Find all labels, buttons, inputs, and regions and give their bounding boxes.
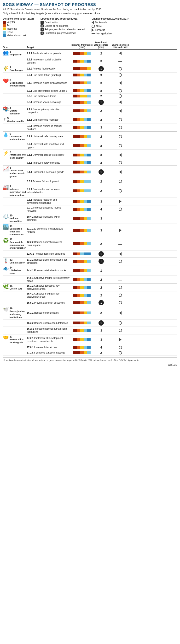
goal-group-6: 💧 6 Clean water and sanitation 6.1.1 Uni…	[3, 132, 177, 150]
swatch-close	[3, 31, 6, 34]
target-row: 3.8.1 Increase vaccine coverage 1	[3, 99, 177, 106]
goal-group-7: ⚡ 7 Affordable and clean energy 7.1.1 Un…	[3, 150, 177, 166]
goal-cell-17: 🤝 17 Partnerships for the goals	[3, 335, 27, 344]
change-symbol-circle	[119, 286, 122, 289]
distance-legend-title: Distance from target (2023)	[3, 18, 34, 20]
goal-cell-16: 🕊️ 16 Peace, justice and strong institut…	[3, 307, 27, 319]
change-cell-8.5.2	[110, 180, 131, 183]
goal-icon-4: 📚	[3, 106, 9, 111]
goal-cell-13: 🌡️ 13 Climate action	[3, 258, 27, 264]
legend-item-moderate: Moderate	[3, 28, 34, 30]
label-far: Far	[7, 24, 10, 27]
dir-num-cell-17.2.1: 3	[93, 338, 110, 341]
goal-cell-3: ❤️ 3 Good health and well-being	[3, 78, 27, 88]
target-row: 1.3.1 Implement social-protection system…	[3, 57, 177, 65]
change-symbol-dash	[118, 244, 122, 244]
bars-cell-14.4.1	[71, 269, 93, 272]
symbol-backwards	[92, 21, 94, 24]
change-symbol-circle	[119, 208, 122, 211]
col-header-direction: Direction of SDG progress (2023)	[93, 41, 110, 49]
dir-badge-number: 3	[100, 89, 102, 93]
change-symbol-back	[119, 81, 122, 84]
goal-group-17: 🤝 17 Partnerships for the goals 17.2.1 I…	[3, 334, 177, 356]
target-cell-9.2.1: 9.2.1 Sustainable and inclusive industri…	[27, 188, 71, 194]
dir-badge-number: 2	[100, 286, 102, 289]
bars-cell-17.2.1	[71, 338, 93, 341]
change-symbol-circle	[119, 126, 122, 129]
target-cell-15.4.1: 15.4.1 Conserve mountain key biodiversit…	[27, 292, 71, 298]
change-symbol-circle	[119, 67, 122, 70]
dir-badge-1: 1	[41, 21, 44, 24]
col-header-goal: Goal	[3, 46, 27, 49]
goal-icon-6: 💧	[3, 132, 9, 137]
goal-group-1: 👥 1 No poverty 1.1.1 Eradicate extreme p…	[3, 50, 177, 65]
change-symbol-circle	[119, 118, 122, 121]
target-row: 👥 1 No poverty 1.1.1 Eradicate extreme p…	[3, 50, 177, 57]
bars-cell-4.1.2	[71, 110, 93, 112]
target-cell-17.8.1: 17.8.1 Increase Internet use	[27, 346, 71, 349]
bars-cell-2.2.1	[71, 74, 93, 76]
dir-num-cell-9.C.1: 4	[93, 208, 110, 211]
target-cell-7.3.1: 7.3.1 Improve energy efficiency	[27, 161, 71, 164]
dir-badge-number: 3	[100, 144, 102, 148]
goal-group-5: ♀️ 5 Gender equality 5.3.1 Eliminate chi…	[3, 116, 177, 132]
goal-icon-1: 👥	[3, 50, 9, 55]
change-symbol-circle	[119, 301, 122, 304]
change-symbol-back	[119, 109, 122, 112]
goal-num-8: 8	[10, 166, 27, 169]
bars-cell-2.1.2	[71, 67, 93, 70]
target-row: 14.5.1 Conserve marine key biodiversity …	[3, 276, 177, 283]
dir-badge-number: 2	[100, 351, 102, 354]
target-cell-7.1.1: 7.1.1 Universal access to electricity	[27, 153, 71, 156]
dir-badge-number: 3	[100, 228, 102, 232]
change-cell-9.C.1	[110, 208, 131, 211]
change-cell-3.8.1	[110, 100, 131, 104]
target-row: 🤝 17 Partnerships for the goals 17.2.1 I…	[3, 334, 177, 345]
dir-badge-filled: 1	[99, 251, 104, 256]
target-id-7.3.1: 7.3.1	[27, 162, 32, 164]
change-cell-7.1.1	[110, 153, 131, 157]
change-symbol-back	[119, 311, 122, 314]
goal-name-12: Responsible consumption and production	[10, 241, 27, 250]
target-id-14.4.1: 14.4.1	[27, 269, 34, 272]
dir-num-cell-2.2.1: 3	[93, 73, 110, 77]
target-row: 3.2.1 End preventable deaths under 5 3	[3, 88, 177, 94]
footnote: *A backwards arrow indicates a lower rat…	[3, 357, 177, 362]
change-cell-16.1.1	[110, 311, 131, 314]
goal-group-4: 📚 4 Quality education 4.1.2 Ensure prima…	[3, 106, 177, 116]
change-cell-14.4.1	[110, 270, 131, 271]
dir-badge-number: 3	[100, 338, 102, 341]
goal-name-10: Reduced inequalities	[10, 217, 27, 223]
target-row: 📈 8 Decent work and economic growth 8.1.…	[3, 166, 177, 179]
target-id-4.1.2: 4.1.2	[27, 108, 32, 110]
dir-badge-number: 3	[100, 329, 102, 332]
goal-icon-12: ♻️	[3, 238, 9, 243]
change-symbol-dash	[118, 271, 122, 271]
dir-badge-number: 4	[100, 346, 102, 349]
goal-cell-5: ♀️ 5 Gender equality	[3, 117, 27, 122]
dir-badge-number: 4	[100, 208, 102, 211]
target-row: 16.A.1 Increase national human-rights in…	[3, 326, 177, 334]
dir-num-cell-7.3.1: 3	[93, 161, 110, 164]
target-row: 🐟 14 Life below water 14.4.1 Ensure sust…	[3, 266, 177, 276]
dir-num-cell-17.18.3: 2	[93, 351, 110, 354]
goal-group-2: 🌾 2 Zero hunger 2.1.2 Achieve food secur…	[3, 65, 177, 78]
target-cell-15.1.2: 15.1.2 Conserve terrestrial key biodiver…	[27, 284, 71, 290]
symbol-none	[92, 24, 95, 28]
change-symbol-circle	[119, 73, 122, 77]
dir-badge-filled: 1	[99, 66, 104, 72]
label-met: Met or almost met	[7, 34, 26, 37]
dir-num-cell-9.2.1: 2	[93, 189, 110, 192]
target-id-2.1.2: 2.1.2	[27, 67, 32, 70]
target-id-9.C.1: 9.C.1	[27, 206, 33, 209]
target-cell-13.2.2: 13.2.2 Reduce global greenhouse-gas emis…	[27, 258, 71, 264]
target-id-15.5.1: 15.5.1	[27, 302, 34, 304]
goal-name-16: Peace, justice and strong institutions	[10, 310, 27, 319]
dir-badge-filled: 1	[99, 169, 104, 174]
bars-cell-1.1.1	[71, 52, 93, 55]
col-header-target: Target	[27, 46, 71, 49]
dir-badge-filled: 1	[99, 320, 104, 326]
target-row: ⚡ 7 Affordable and clean energy 7.1.1 Un…	[3, 150, 177, 160]
dir-badge-number: 3	[100, 126, 102, 129]
bars-cell-12.2.2	[71, 242, 93, 245]
